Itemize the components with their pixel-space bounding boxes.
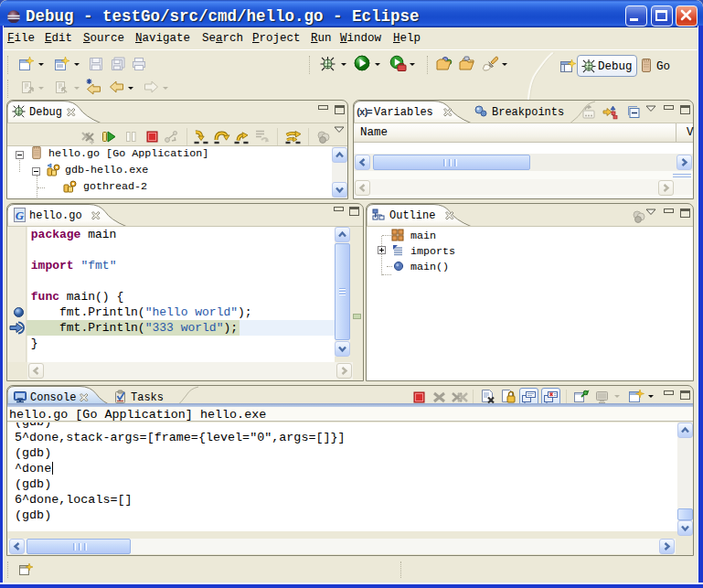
svg-text:G: G [16, 208, 25, 222]
